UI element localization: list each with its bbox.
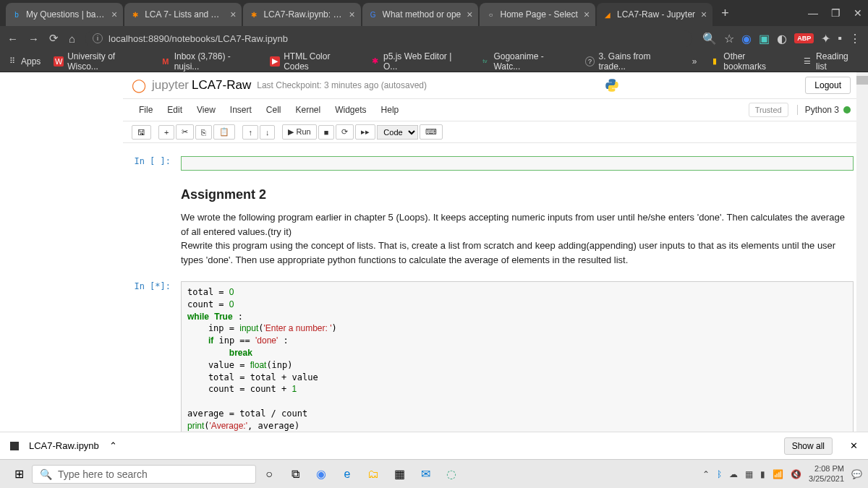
start-button[interactable]: ⊞: [6, 461, 32, 487]
other-bookmarks[interactable]: ▮Other bookmarks: [710, 51, 790, 72]
profile-icon[interactable]: ▪: [838, 32, 842, 45]
menu-file[interactable]: File: [132, 102, 160, 118]
browser-tab[interactable]: ✱LCA 7- Lists and Tupl×: [124, 3, 242, 26]
bookmark-favicon: ✱: [370, 56, 380, 67]
taskbar-app[interactable]: ▦: [386, 461, 412, 487]
forward-icon[interactable]: →: [28, 33, 39, 45]
onedrive-icon[interactable]: ☁: [729, 469, 738, 479]
bluetooth-icon[interactable]: ᛒ: [717, 469, 722, 479]
tab-favicon: ○: [485, 9, 495, 20]
close-icon[interactable]: ×: [701, 9, 707, 20]
jupyter-toolbar: 🖫 + ✂ ⎘ 📋 ↑ ↓ ▶ Run ■ ⟳ ▸▸ Code ⌨: [123, 121, 859, 143]
menu-kernel[interactable]: Kernel: [289, 102, 328, 118]
extension-icon[interactable]: ◐: [777, 32, 787, 46]
menu-view[interactable]: View: [190, 102, 223, 118]
taskbar-app[interactable]: 🗂: [360, 461, 386, 487]
browser-tab[interactable]: ○Home Page - Select×: [480, 3, 595, 26]
tray-icon[interactable]: ▦: [745, 469, 753, 479]
abp-extension-icon[interactable]: ABP: [794, 33, 814, 43]
close-icon[interactable]: ×: [230, 9, 236, 20]
bookmark-item[interactable]: tvGogoanime - Watc...: [480, 51, 572, 72]
home-icon[interactable]: ⌂: [69, 33, 75, 45]
open-file-label[interactable]: LCA7-Raw.ipynb: [29, 440, 99, 451]
run-button[interactable]: ▶ Run: [282, 124, 316, 140]
address-bar[interactable]: i localhost:8890/notebooks/LCA7-Raw.ipyn…: [85, 30, 692, 47]
add-cell-button[interactable]: +: [158, 125, 174, 140]
close-icon[interactable]: ×: [467, 9, 472, 20]
taskbar-search[interactable]: 🔍 Type here to search: [32, 465, 256, 484]
maximize-icon[interactable]: ❐: [831, 7, 841, 19]
bookmark-item[interactable]: ?3. Gains from trade...: [585, 51, 679, 72]
cell-type-select[interactable]: Code: [377, 125, 418, 140]
restart-run-all-button[interactable]: ▸▸: [355, 124, 375, 140]
browser-tab-active[interactable]: ◢LCA7-Raw - Jupyter×: [597, 3, 712, 26]
notebook-name[interactable]: LCA7-Raw: [192, 78, 251, 93]
code-input[interactable]: total = 0 count = 0 while True : inp = i…: [181, 281, 854, 437]
logout-button[interactable]: Logout: [805, 77, 851, 94]
paste-button[interactable]: 📋: [213, 124, 235, 140]
browser-tab[interactable]: bMy Questions | bartle×: [6, 3, 123, 26]
tray-chevron-icon[interactable]: ⌃: [702, 469, 710, 479]
menu-help[interactable]: Help: [374, 102, 407, 118]
zoom-icon[interactable]: 🔍: [702, 32, 717, 46]
scrollbar[interactable]: [856, 72, 868, 432]
clock[interactable]: 2:08 PM 3/25/2021: [809, 464, 844, 483]
menu-edit[interactable]: Edit: [160, 102, 190, 118]
extensions-icon[interactable]: ✦: [821, 32, 830, 46]
bookmark-item[interactable]: ▶HTML Color Codes: [270, 51, 357, 72]
apps-shortcut[interactable]: ⠿Apps: [7, 56, 41, 67]
restart-button[interactable]: ⟳: [336, 124, 354, 140]
taskbar-app[interactable]: ◉: [308, 461, 334, 487]
jupyter-logo-icon[interactable]: ◯: [132, 77, 146, 93]
task-view-button[interactable]: ⧉: [282, 461, 308, 487]
taskbar-app[interactable]: ✉: [412, 461, 438, 487]
menu-widgets[interactable]: Widgets: [328, 102, 373, 118]
trusted-indicator[interactable]: Trusted: [749, 103, 788, 117]
volume-icon[interactable]: 🔇: [791, 469, 801, 479]
notifications-icon[interactable]: 💬: [851, 469, 862, 479]
extension-icon[interactable]: ▣: [759, 32, 770, 46]
bookmark-item[interactable]: MInbox (3,786) - nujsi...: [161, 51, 257, 72]
browser-tab[interactable]: ✱LCA7-Raw.ipynb: IN1×: [243, 3, 360, 26]
reload-icon[interactable]: ⟳: [49, 32, 59, 45]
taskbar-app[interactable]: ◌: [438, 461, 464, 487]
new-tab-button[interactable]: +: [714, 6, 736, 21]
code-cell-running[interactable]: In [*]: total = 0 count = 0 while True :…: [123, 275, 859, 454]
close-window-icon[interactable]: ✕: [854, 7, 862, 19]
menu-insert[interactable]: Insert: [223, 102, 259, 118]
overflow-icon[interactable]: »: [692, 56, 697, 67]
code-cell-empty[interactable]: In [ ]:: [123, 150, 859, 176]
browser-tab[interactable]: GWhat method or ope×: [362, 3, 479, 26]
stop-icon[interactable]: [10, 442, 19, 450]
extension-icon[interactable]: ◉: [741, 32, 752, 46]
wifi-icon[interactable]: 📶: [773, 469, 783, 479]
bookmark-item[interactable]: WUniversity of Wisco...: [54, 51, 148, 72]
bookmark-item[interactable]: ✱p5.js Web Editor | O...: [370, 51, 467, 72]
move-down-button[interactable]: ↓: [260, 125, 276, 140]
cortana-button[interactable]: ○: [256, 461, 282, 487]
battery-icon[interactable]: ▮: [760, 469, 765, 479]
save-button[interactable]: 🖫: [132, 125, 151, 140]
back-icon[interactable]: ←: [7, 33, 18, 45]
reading-list[interactable]: ☰Reading list: [802, 51, 861, 72]
kernel-indicator[interactable]: Python 3: [797, 105, 851, 115]
menu-icon[interactable]: ⋮: [849, 32, 861, 46]
stop-button[interactable]: ■: [318, 125, 335, 140]
taskbar-app[interactable]: e: [334, 461, 360, 487]
copy-button[interactable]: ⎘: [195, 125, 212, 140]
cut-button[interactable]: ✂: [176, 124, 194, 140]
close-icon[interactable]: ×: [349, 9, 354, 20]
site-info-icon[interactable]: i: [93, 33, 103, 43]
menu-cell[interactable]: Cell: [259, 102, 289, 118]
close-icon[interactable]: ✕: [850, 440, 858, 451]
close-icon[interactable]: ×: [584, 9, 590, 20]
jupyter-brand[interactable]: jupyter: [152, 78, 189, 93]
show-all-button[interactable]: Show all: [784, 437, 833, 455]
chevron-up-icon[interactable]: ⌃: [109, 440, 117, 451]
bookmark-star-icon[interactable]: ☆: [724, 32, 734, 46]
move-up-button[interactable]: ↑: [242, 125, 258, 140]
markdown-cell[interactable]: Assignment 2 We wrote the following prog…: [123, 179, 859, 273]
minimize-icon[interactable]: —: [808, 7, 818, 19]
command-palette-button[interactable]: ⌨: [420, 124, 443, 140]
close-icon[interactable]: ×: [111, 9, 117, 20]
